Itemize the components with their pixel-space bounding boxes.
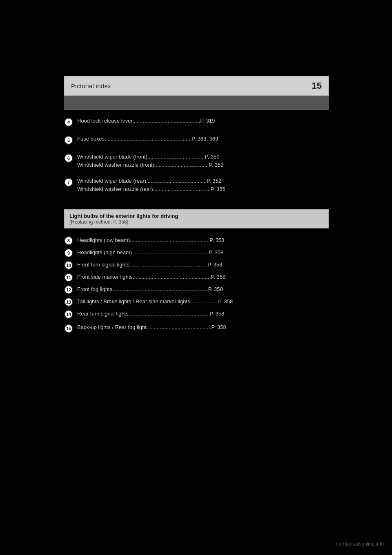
item-text-5: Fuse boxes..............................… [77,135,329,143]
list-item: 7 Windshield wiper blade (rear).........… [64,175,329,195]
list-item: 5 Fuse boxes............................… [64,133,329,146]
item-text-15: Back-up lights / Rear fog light.........… [77,323,329,331]
item-number-12: 12 [64,285,73,294]
list-item: 4 Hood lock release lever...............… [64,115,329,128]
item-text-9: Headlights (high beam)..................… [77,249,329,256]
item-number-10: 10 [64,261,73,270]
list-item: 14 Rear turn signal lights..............… [64,309,329,319]
item-number-11: 11 [64,273,73,282]
item-text-10: Front turn signal lights................… [77,261,329,269]
list-item: 11 Front side marker lights.............… [64,272,329,282]
item-number-5: 5 [64,136,73,145]
header-number: 15 [312,81,322,91]
item-number-4: 4 [64,118,73,127]
item-number-13: 13 [64,298,73,307]
list-item: 10 Front turn signal lights.............… [64,260,329,270]
list-item: 6 Windshield wiper blade (front)........… [64,151,329,170]
section2-title: Light bulbs of the exterior lights for d… [69,213,323,219]
dark-bar [64,96,329,110]
item-text-14: Rear turn signal lights.................… [77,310,329,318]
item-text-11: Front side marker lights................… [77,273,329,281]
item-text-7: Windshield wiper blade (rear)...........… [77,177,329,193]
item-number-8: 8 [64,236,73,245]
header-bar: Pictorial index 15 [64,76,329,96]
header-title: Pictorial index [71,83,111,90]
list-item: 13 Tail lights / Brake lights / Rear sid… [64,296,329,307]
section2-sub: (Replacing method: P. 358) [69,219,323,225]
watermark: carmanualsonline.info [336,541,384,547]
item-text-6: Windshield wiper blade (front)..........… [77,153,329,169]
content-area: Pictorial index 15 4 Hood lock release l… [64,76,329,343]
section1-items: 4 Hood lock release lever...............… [64,112,329,203]
list-item: 9 Headlights (high beam)................… [64,247,329,258]
item-text-4: Hood lock release lever.................… [77,117,329,125]
item-text-8: Headlights (low beam)...................… [77,237,329,244]
item-text-13: Tail lights / Brake lights / Rear side m… [77,298,329,305]
section2-header: Light bulbs of the exterior lights for d… [64,209,329,228]
list-item: 15 Back-up lights / Rear fog light......… [64,322,329,335]
list-item: 12 Front fog lights.....................… [64,284,329,295]
item-number-14: 14 [64,310,73,319]
section2-items: 8 Headlights (low beam).................… [64,232,329,343]
item-number-9: 9 [64,248,73,257]
item-number-7: 7 [64,178,73,187]
page: Pictorial index 15 4 Hood lock release l… [0,0,392,555]
list-item: 8 Headlights (low beam).................… [64,235,329,246]
item-number-6: 6 [64,154,73,163]
item-text-12: Front fog lights........................… [77,286,329,293]
item-number-15: 15 [64,324,73,333]
